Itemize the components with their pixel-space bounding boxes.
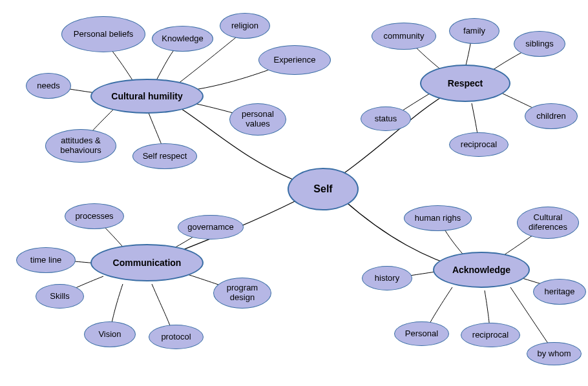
node-label: Cultural diferences <box>529 213 567 232</box>
node-communication[interactable]: Communication <box>90 244 204 281</box>
node-label: children <box>536 112 566 121</box>
node-label: Personal <box>405 329 438 339</box>
node-program-design[interactable]: program design <box>213 278 271 309</box>
node-personal-values[interactable]: personal values <box>229 103 286 136</box>
node-community[interactable]: community <box>372 23 436 50</box>
node-reciprocal-respect[interactable]: reciprocal <box>449 132 509 157</box>
node-heritage[interactable]: heritage <box>533 279 586 305</box>
node-label: siblings <box>525 39 553 49</box>
node-self[interactable]: Self <box>288 168 359 210</box>
node-label: needs <box>37 81 59 91</box>
node-personal-beliefs[interactable]: Personal beliefs <box>61 16 145 52</box>
node-vision[interactable]: Vision <box>84 321 136 347</box>
node-cultural-humility[interactable]: Cultural humility <box>90 79 204 114</box>
node-label: history <box>375 274 399 283</box>
node-history[interactable]: history <box>362 266 412 290</box>
node-knowledge[interactable]: Knowledge <box>152 26 213 52</box>
node-label: Experience <box>273 56 315 65</box>
node-label: Self respect <box>143 152 187 161</box>
node-label: time line <box>30 256 61 265</box>
node-reciprocal-acknowledge[interactable]: reciprocal <box>461 323 520 347</box>
node-label: personal values <box>242 110 274 129</box>
node-label: processes <box>75 212 113 221</box>
node-label: attitudes & behaviours <box>60 136 101 156</box>
node-label: Communication <box>113 258 182 268</box>
node-label: Knowledge <box>162 34 203 44</box>
node-time-line[interactable]: time line <box>16 247 76 273</box>
node-label: reciprocal <box>461 140 497 150</box>
node-label: Skills <box>50 292 69 301</box>
node-label: Personal beliefs <box>74 30 134 39</box>
node-human-righs[interactable]: human righs <box>404 205 472 231</box>
node-respect[interactable]: Respect <box>420 65 510 102</box>
node-self-respect[interactable]: Self respect <box>132 143 197 169</box>
node-label: Cultural humility <box>111 91 182 101</box>
node-status[interactable]: status <box>361 107 411 131</box>
node-religion[interactable]: religion <box>220 13 270 39</box>
node-family[interactable]: family <box>449 18 499 44</box>
node-by-whom[interactable]: by whom <box>527 342 582 365</box>
node-label: human righs <box>415 214 461 223</box>
node-children[interactable]: children <box>525 103 578 129</box>
node-experience[interactable]: Experience <box>258 45 331 75</box>
node-label: status <box>375 114 397 124</box>
node-label: governamce <box>187 223 234 232</box>
node-governamce[interactable]: governamce <box>178 215 244 239</box>
node-label: protocol <box>161 332 191 342</box>
node-label: community <box>384 32 425 41</box>
node-label: program design <box>227 283 258 303</box>
node-label: by whom <box>537 349 571 359</box>
node-protocol[interactable]: protocol <box>149 325 204 349</box>
node-needs[interactable]: needs <box>26 73 71 99</box>
node-processes[interactable]: processes <box>65 203 124 229</box>
node-label: reciprocal <box>472 330 509 340</box>
concept-map-canvas: Self Cultural humility Respect Communica… <box>0 0 588 386</box>
node-label: heritage <box>545 287 575 297</box>
node-personal[interactable]: Personal <box>394 321 449 346</box>
node-label: Self <box>313 183 332 195</box>
node-label: Vision <box>98 330 121 340</box>
node-acknowledge[interactable]: Acknowledge <box>433 252 530 288</box>
node-skills[interactable]: Skills <box>36 284 84 309</box>
node-label: Respect <box>448 78 483 88</box>
node-label: Acknowledge <box>452 265 510 275</box>
node-cultural-diferences[interactable]: Cultural diferences <box>517 207 579 239</box>
node-attitudes-behaviours[interactable]: attitudes & behaviours <box>45 129 116 163</box>
node-label: family <box>463 26 485 36</box>
node-siblings[interactable]: siblings <box>514 31 565 57</box>
node-label: religion <box>231 21 258 31</box>
